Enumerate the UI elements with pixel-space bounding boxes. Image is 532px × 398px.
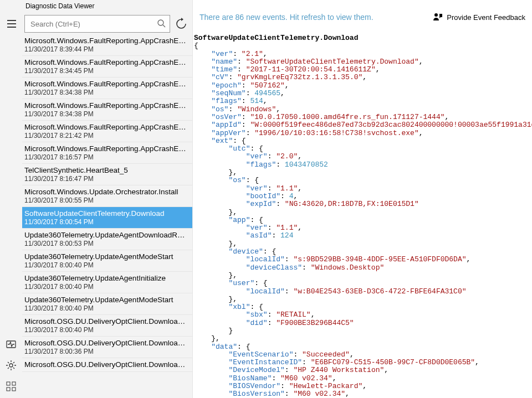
refresh-icon[interactable]: [173, 16, 189, 32]
list-item[interactable]: Update360Telemetry.UpdateAgentDownloadRe…: [22, 229, 192, 250]
event-timestamp: 11/30/2017 8:00:40 PM: [24, 326, 187, 334]
hamburger-icon[interactable]: [2, 14, 21, 33]
svg-rect-10: [12, 387, 16, 391]
event-name: Microsoft.Windows.FaultReporting.AppCras…: [24, 123, 187, 131]
event-timestamp: 11/30/2017 8:34:45 PM: [24, 67, 187, 75]
event-timestamp: 11/30/2017 8:39:44 PM: [24, 45, 187, 53]
list-item[interactable]: Update360Telemetry.UpdateAgentModeStart1…: [22, 293, 192, 315]
search-icon[interactable]: [157, 19, 166, 29]
svg-point-3: [158, 20, 163, 25]
event-name: Microsoft.Windows.FaultReporting.AppCras…: [24, 144, 187, 153]
list-item[interactable]: Microsoft.OSG.DU.DeliveryOptClient.Downl…: [22, 337, 192, 358]
event-timestamp: 11/30/2017 8:16:47 PM: [24, 175, 187, 183]
event-timestamp: 11/30/2017 8:00:40 PM: [24, 304, 187, 312]
event-timestamp: 11/30/2017 8:34:38 PM: [24, 110, 187, 118]
event-name: Microsoft.Windows.FaultReporting.AppCras…: [24, 37, 187, 45]
svg-line-4: [163, 25, 165, 27]
list-item[interactable]: SoftwareUpdateClientTelemetry.Download11…: [22, 207, 192, 229]
event-name: Microsoft.Windows.FaultReporting.AppCras…: [24, 80, 187, 88]
list-item[interactable]: Microsoft.Windows.FaultReporting.AppCras…: [22, 99, 192, 121]
list-item[interactable]: Microsoft.Windows.FaultReporting.AppCras…: [22, 121, 192, 142]
search-input[interactable]: [24, 15, 170, 33]
event-timestamp: 11/30/2017 8:00:40 PM: [24, 261, 187, 269]
event-timestamp: 11/30/2017 8:00:53 PM: [24, 240, 187, 247]
feedback-label: Provide Event Feedback: [447, 13, 525, 22]
event-name: Update360Telemetry.UpdateAgentModeStart: [24, 296, 187, 304]
event-timestamp: 11/30/2017 8:00:40 PM: [24, 283, 187, 291]
list-item[interactable]: TelClientSynthetic.HeartBeat_511/30/2017…: [22, 164, 192, 185]
event-timestamp: 11/30/2017 8:00:36 PM: [24, 348, 187, 355]
event-timestamp: 11/30/2017 8:16:57 PM: [24, 153, 187, 161]
list-item[interactable]: Microsoft.OSG.DU.DeliveryOptClient.Downl…: [22, 358, 192, 372]
event-name: SoftwareUpdateClientTelemetry.Download: [24, 209, 187, 218]
svg-rect-8: [12, 382, 16, 385]
event-name: Update360Telemetry.UpdateAgentDownloadRe…: [24, 231, 187, 239]
svg-point-11: [434, 13, 438, 17]
app-icon[interactable]: [2, 377, 21, 396]
list-item[interactable]: Microsoft.Windows.Update.Orchestrator.In…: [22, 185, 192, 207]
svg-rect-9: [7, 387, 10, 391]
event-name: Microsoft.Windows.FaultReporting.AppCras…: [24, 58, 187, 66]
svg-point-6: [9, 364, 13, 367]
event-name: Microsoft.OSG.DU.DeliveryOptClient.Downl…: [24, 339, 187, 347]
diagnostics-icon[interactable]: [2, 335, 21, 354]
list-item[interactable]: Microsoft.Windows.FaultReporting.AppCras…: [22, 142, 192, 164]
event-name: Update360Telemetry.UpdateAgentModeStart: [24, 252, 187, 261]
new-events-status: There are 86 new events. Hit refresh to …: [200, 13, 374, 22]
event-list[interactable]: Microsoft.Windows.FaultReporting.AppCras…: [22, 34, 192, 398]
list-item[interactable]: Update360Telemetry.UpdateAgentModeStart1…: [22, 250, 192, 272]
window-title: Diagnostic Data Viewer: [0, 0, 192, 12]
list-item[interactable]: Microsoft.Windows.FaultReporting.AppCras…: [22, 77, 192, 99]
event-name: TelClientSynthetic.HeartBeat_5: [24, 166, 187, 174]
event-timestamp: 11/30/2017 8:21:42 PM: [24, 132, 187, 139]
svg-rect-7: [7, 382, 10, 385]
event-name: Update360Telemetry.UpdateAgentInitialize: [24, 274, 187, 282]
event-name: Microsoft.Windows.FaultReporting.AppCras…: [24, 101, 187, 110]
list-item[interactable]: Microsoft.Windows.FaultReporting.AppCras…: [22, 34, 192, 56]
event-detail-viewer[interactable]: SoftwareUpdateClientTelemetry.Download {…: [193, 34, 532, 398]
event-name: Microsoft.Windows.Update.Orchestrator.In…: [24, 188, 187, 196]
list-item[interactable]: Microsoft.OSG.DU.DeliveryOptClient.Downl…: [22, 315, 192, 337]
event-timestamp: 11/30/2017 8:00:55 PM: [24, 197, 187, 204]
list-item[interactable]: Update360Telemetry.UpdateAgentInitialize…: [22, 272, 192, 293]
event-timestamp: 11/30/2017 8:00:54 PM: [24, 218, 187, 226]
event-name: Microsoft.OSG.DU.DeliveryOptClient.Downl…: [24, 360, 187, 369]
settings-icon[interactable]: [2, 356, 21, 375]
list-item[interactable]: Microsoft.Windows.FaultReporting.AppCras…: [22, 56, 192, 77]
event-name: Microsoft.OSG.DU.DeliveryOptClient.Downl…: [24, 317, 187, 325]
event-timestamp: 11/30/2017 8:34:38 PM: [24, 89, 187, 96]
provide-feedback-button[interactable]: Provide Event Feedback: [432, 12, 525, 23]
